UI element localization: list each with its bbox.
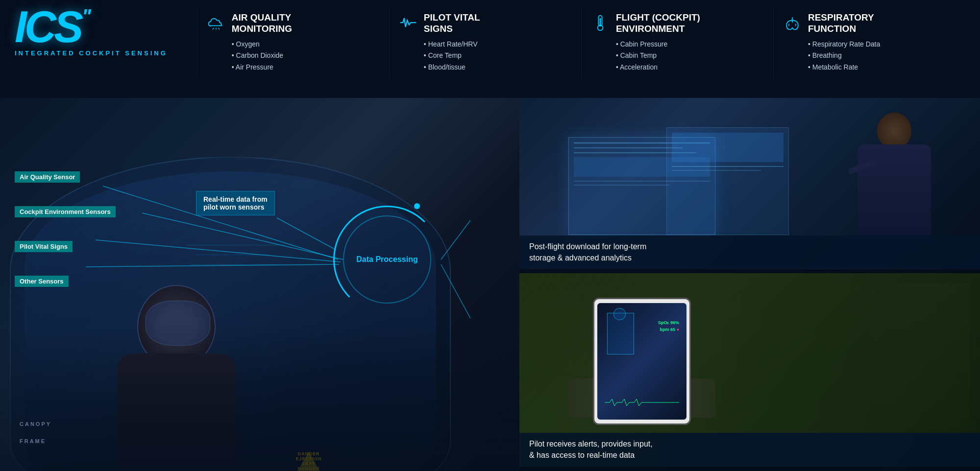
tablet-hud: SpO₂ 96% ♥ bpm 65 bbox=[605, 310, 679, 412]
op-body bbox=[858, 144, 931, 242]
data-line-1 bbox=[186, 245, 284, 245]
feature-item: Oxygen bbox=[232, 39, 379, 50]
sensor-labels: Air Quality Sensor Cockpit Environment S… bbox=[15, 171, 116, 309]
logo-ics: ICS" bbox=[15, 7, 168, 47]
lungs-icon bbox=[784, 14, 803, 33]
sensor-badge-air-quality: Air Quality Sensor bbox=[15, 171, 80, 183]
top-panel: Post-flight download for long-termstorag… bbox=[519, 98, 980, 269]
feature-item: Respiratory Rate Data bbox=[808, 39, 956, 50]
dp-inner: Data Processing bbox=[343, 215, 431, 304]
tablet-screen: SpO₂ 96% ♥ bpm 65 bbox=[597, 303, 686, 420]
right-panels: Post-flight download for long-termstorag… bbox=[519, 98, 980, 471]
header: ICS" INTEGRATED COCKPIT SENSING Air Qual… bbox=[0, 0, 980, 98]
thermometer-icon bbox=[591, 14, 611, 33]
sensor-badge-other: Other Sensors bbox=[15, 276, 69, 287]
feature-item: Breathing bbox=[808, 50, 956, 62]
feature-item: Metabolic Rate bbox=[808, 62, 956, 73]
feature-item: Heart Rate/HRV bbox=[424, 39, 571, 50]
frame-label: FRAME bbox=[20, 438, 46, 444]
frame-text: FRAME bbox=[20, 438, 46, 444]
canopy-label: CANOPY bbox=[20, 421, 51, 427]
feature-items-flight-env: Cabin Pressure Cabin Temp Acceleration bbox=[616, 39, 763, 73]
feature-title-pilot-vital: Pilot VitalSigns bbox=[424, 12, 480, 35]
feature-header-air-quality: Air QualityMonitoring bbox=[207, 12, 379, 35]
features-section: Air QualityMonitoring Oxygen Carbon Diox… bbox=[197, 7, 965, 78]
dp-label: Data Processing bbox=[356, 255, 417, 264]
data-line-3 bbox=[191, 264, 279, 265]
cloud-icon bbox=[207, 14, 227, 33]
feature-items-pilot-vital: Heart Rate/HRV Core Temp Blood/tissue bbox=[424, 39, 571, 73]
logo-slash: " bbox=[82, 5, 89, 27]
feature-header-respiratory: RespiratoryFunction bbox=[784, 12, 956, 35]
feature-item: Acceleration bbox=[616, 62, 763, 73]
canopy-text: CANOPY bbox=[20, 421, 51, 427]
operator-figure bbox=[843, 113, 941, 250]
feature-items-respiratory: Respiratory Rate Data Breathing Metaboli… bbox=[808, 39, 956, 73]
bottom-panel-caption-text: Pilot receives alerts, provides input,& … bbox=[529, 439, 970, 461]
screen-glow-2 bbox=[666, 127, 789, 235]
feature-item: Cabin Temp bbox=[616, 50, 763, 62]
tablet-device: SpO₂ 96% ♥ bpm 65 bbox=[593, 298, 691, 425]
top-panel-caption: Post-flight download for long-termstorag… bbox=[519, 236, 980, 269]
feature-title-air-quality: Air QualityMonitoring bbox=[232, 12, 292, 35]
feature-item: Carbon Dioxide bbox=[232, 50, 379, 62]
heartbeat-icon bbox=[399, 14, 419, 33]
feature-header-pilot-vital: Pilot VitalSigns bbox=[399, 12, 571, 35]
main-content: CANOPY FRAME DANGER EJECTION SEAT DANGER bbox=[0, 98, 980, 471]
top-panel-caption-text: Post-flight download for long-termstorag… bbox=[529, 241, 970, 263]
sensor-badge-vital-signs: Pilot Vital Signs bbox=[15, 241, 73, 252]
feature-flight-env: Flight (Cockpit)Environment Cabin Pressu… bbox=[581, 7, 773, 78]
data-processing: Data Processing bbox=[333, 206, 441, 313]
feature-item: Blood/tissue bbox=[424, 62, 571, 73]
dp-circle: Data Processing bbox=[333, 206, 441, 313]
sensor-badge-cockpit-env: Cockpit Environment Sensors bbox=[15, 206, 116, 217]
feature-title-flight-env: Flight (Cockpit)Environment bbox=[616, 12, 700, 35]
feature-item: Core Temp bbox=[424, 50, 571, 62]
bottom-panel: SpO₂ 96% ♥ bpm 65 bbox=[519, 273, 980, 467]
feature-pilot-vital: Pilot VitalSigns Heart Rate/HRV Core Tem… bbox=[389, 7, 581, 78]
realtime-text: Real-time data frompilot worn sensors bbox=[203, 195, 268, 211]
data-overlay bbox=[186, 235, 333, 333]
logo-subtitle: INTEGRATED COCKPIT SENSING bbox=[15, 49, 168, 57]
feature-item: Air Pressure bbox=[232, 62, 379, 73]
feature-header-flight-env: Flight (Cockpit)Environment bbox=[591, 12, 763, 35]
logo-text: ICS bbox=[15, 2, 81, 51]
feature-item: Cabin Pressure bbox=[616, 39, 763, 50]
feature-respiratory: RespiratoryFunction Respiratory Rate Dat… bbox=[773, 7, 965, 78]
op-head bbox=[877, 113, 911, 149]
logo-section: ICS" INTEGRATED COCKPIT SENSING bbox=[15, 7, 168, 57]
data-line-2 bbox=[196, 255, 270, 255]
feature-items-air-quality: Oxygen Carbon Dioxide Air Pressure bbox=[232, 39, 379, 73]
bottom-panel-caption: Pilot receives alerts, provides input,& … bbox=[519, 433, 980, 467]
feature-air-quality: Air QualityMonitoring Oxygen Carbon Diox… bbox=[197, 7, 389, 78]
bg-overlay-dark bbox=[0, 324, 519, 471]
feature-title-respiratory: RespiratoryFunction bbox=[808, 12, 874, 35]
realtime-data-bubble: Real-time data frompilot worn sensors bbox=[196, 191, 275, 215]
